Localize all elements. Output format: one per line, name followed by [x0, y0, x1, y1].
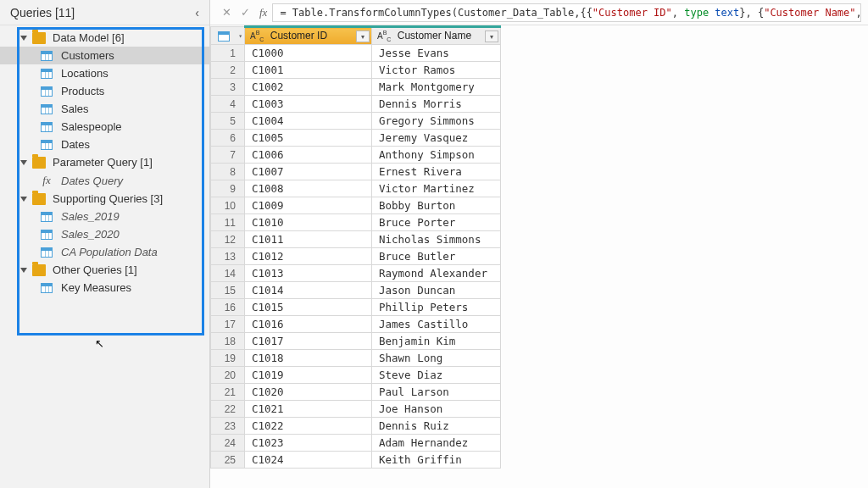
- query-item[interactable]: Dates: [0, 136, 209, 153]
- query-item[interactable]: fxDates Query: [0, 171, 209, 190]
- column-header-customer-name[interactable]: ABC Customer Name ▾: [372, 27, 501, 45]
- cell-customer-name[interactable]: Jason Duncan: [372, 282, 501, 299]
- table-row[interactable]: 7C1006Anthony Simpson: [211, 147, 501, 164]
- query-group[interactable]: Other Queries [1]: [0, 261, 209, 279]
- cell-customer-id[interactable]: C1019: [245, 367, 372, 384]
- query-group[interactable]: Data Model [6]: [0, 29, 209, 47]
- cell-customer-id[interactable]: C1016: [245, 316, 372, 333]
- cell-customer-id[interactable]: C1024: [245, 452, 372, 469]
- cell-customer-id[interactable]: C1023: [245, 435, 372, 452]
- cell-customer-name[interactable]: Bobby Burton: [372, 197, 501, 214]
- column-filter-button[interactable]: ▾: [485, 30, 498, 42]
- table-row[interactable]: 13C1012Bruce Butler: [211, 248, 501, 265]
- cell-customer-id[interactable]: C1004: [245, 113, 372, 130]
- cell-customer-name[interactable]: Nicholas Simmons: [372, 231, 501, 248]
- cell-customer-name[interactable]: Raymond Alexander: [372, 265, 501, 282]
- query-group[interactable]: Parameter Query [1]: [0, 153, 209, 171]
- data-grid[interactable]: ▾ ABC Customer ID ▾ ABC Customer Name ▾ …: [210, 25, 868, 488]
- query-item[interactable]: CA Population Data: [0, 243, 209, 261]
- cell-customer-id[interactable]: C1012: [245, 248, 372, 265]
- cell-customer-name[interactable]: Anthony Simpson: [372, 147, 501, 164]
- cell-customer-name[interactable]: Keith Griffin: [372, 452, 501, 469]
- cell-customer-name[interactable]: Bruce Porter: [372, 214, 501, 231]
- cell-customer-name[interactable]: Shawn Long: [372, 350, 501, 367]
- table-row[interactable]: 15C1014Jason Duncan: [211, 282, 501, 299]
- cell-customer-id[interactable]: C1022: [245, 418, 372, 435]
- cell-customer-name[interactable]: Jesse Evans: [372, 45, 501, 62]
- query-item[interactable]: Key Measures: [0, 279, 209, 297]
- table-row[interactable]: 3C1002Mark Montgomery: [211, 79, 501, 96]
- cell-customer-name[interactable]: Phillip Peters: [372, 299, 501, 316]
- cell-customer-id[interactable]: C1021: [245, 401, 372, 418]
- table-row[interactable]: 18C1017Benjamin Kim: [211, 333, 501, 350]
- query-item[interactable]: Locations: [0, 64, 209, 82]
- table-row[interactable]: 17C1016James Castillo: [211, 316, 501, 333]
- cell-customer-name[interactable]: Victor Martinez: [372, 180, 501, 197]
- cell-customer-id[interactable]: C1006: [245, 147, 372, 164]
- cell-customer-name[interactable]: Adam Hernandez: [372, 435, 501, 452]
- query-item[interactable]: Sales: [0, 100, 209, 118]
- table-row[interactable]: 19C1018Shawn Long: [211, 350, 501, 367]
- formula-input[interactable]: = Table.TransformColumnTypes(Customer_Da…: [272, 3, 861, 22]
- cell-customer-name[interactable]: Joe Hanson: [372, 401, 501, 418]
- cell-customer-id[interactable]: C1003: [245, 96, 372, 113]
- cell-customer-id[interactable]: C1009: [245, 197, 372, 214]
- cell-customer-id[interactable]: C1005: [245, 130, 372, 147]
- table-row[interactable]: 20C1019Steve Diaz: [211, 367, 501, 384]
- cell-customer-name[interactable]: Ernest Rivera: [372, 164, 501, 180]
- column-header-customer-id[interactable]: ABC Customer ID ▾: [245, 27, 372, 45]
- table-row[interactable]: 9C1008Victor Martinez: [211, 180, 501, 197]
- table-row[interactable]: 8C1007Ernest Rivera: [211, 164, 501, 180]
- table-row[interactable]: 12C1011Nicholas Simmons: [211, 231, 501, 248]
- table-row[interactable]: 14C1013Raymond Alexander: [211, 265, 501, 282]
- cell-customer-id[interactable]: C1007: [245, 164, 372, 180]
- cell-customer-id[interactable]: C1018: [245, 350, 372, 367]
- cell-customer-id[interactable]: C1017: [245, 333, 372, 350]
- cell-customer-id[interactable]: C1011: [245, 231, 372, 248]
- cell-customer-name[interactable]: James Castillo: [372, 316, 501, 333]
- query-item[interactable]: Sales_2019: [0, 208, 209, 225]
- cell-customer-id[interactable]: C1010: [245, 214, 372, 231]
- commit-formula-button[interactable]: ✓: [236, 6, 254, 19]
- collapse-button[interactable]: ‹: [195, 6, 199, 19]
- cell-customer-name[interactable]: Mark Montgomery: [372, 79, 501, 96]
- table-row[interactable]: 5C1004Gregory Simmons: [211, 113, 501, 130]
- query-item[interactable]: Products: [0, 82, 209, 100]
- cell-customer-id[interactable]: C1008: [245, 180, 372, 197]
- table-row[interactable]: 22C1021Joe Hanson: [211, 401, 501, 418]
- query-group[interactable]: Supporting Queries [3]: [0, 190, 209, 208]
- table-row[interactable]: 4C1003Dennis Morris: [211, 96, 501, 113]
- query-item[interactable]: Customers: [0, 47, 209, 64]
- cell-customer-name[interactable]: Benjamin Kim: [372, 333, 501, 350]
- cell-customer-id[interactable]: C1002: [245, 79, 372, 96]
- table-row[interactable]: 2C1001Victor Ramos: [211, 62, 501, 79]
- cell-customer-name[interactable]: Bruce Butler: [372, 248, 501, 265]
- table-row[interactable]: 25C1024Keith Griffin: [211, 452, 501, 469]
- cell-customer-id[interactable]: C1001: [245, 62, 372, 79]
- table-corner-cell[interactable]: ▾: [211, 27, 245, 45]
- table-row[interactable]: 11C1010Bruce Porter: [211, 214, 501, 231]
- table-row[interactable]: 10C1009Bobby Burton: [211, 197, 501, 214]
- cell-customer-name[interactable]: Victor Ramos: [372, 62, 501, 79]
- cell-customer-id[interactable]: C1000: [245, 45, 372, 62]
- cell-customer-name[interactable]: Dennis Morris: [372, 96, 501, 113]
- cell-customer-name[interactable]: Dennis Ruiz: [372, 418, 501, 435]
- table-row[interactable]: 21C1020Paul Larson: [211, 384, 501, 401]
- cell-customer-name[interactable]: Paul Larson: [372, 384, 501, 401]
- cell-customer-id[interactable]: C1014: [245, 282, 372, 299]
- cell-customer-id[interactable]: C1015: [245, 299, 372, 316]
- column-filter-button[interactable]: ▾: [356, 30, 370, 42]
- query-item[interactable]: Sales_2020: [0, 225, 209, 243]
- table-row[interactable]: 24C1023Adam Hernandez: [211, 435, 501, 452]
- table-row[interactable]: 1C1000Jesse Evans: [211, 45, 501, 62]
- cell-customer-name[interactable]: Jeremy Vasquez: [372, 130, 501, 147]
- cell-customer-id[interactable]: C1020: [245, 384, 372, 401]
- cell-customer-name[interactable]: Gregory Simmons: [372, 113, 501, 130]
- cancel-formula-button[interactable]: ✕: [217, 6, 236, 19]
- query-item[interactable]: Salespeople: [0, 118, 209, 136]
- table-row[interactable]: 6C1005Jeremy Vasquez: [211, 130, 501, 147]
- table-row[interactable]: 23C1022Dennis Ruiz: [211, 418, 501, 435]
- cell-customer-name[interactable]: Steve Diaz: [372, 367, 501, 384]
- cell-customer-id[interactable]: C1013: [245, 265, 372, 282]
- table-row[interactable]: 16C1015Phillip Peters: [211, 299, 501, 316]
